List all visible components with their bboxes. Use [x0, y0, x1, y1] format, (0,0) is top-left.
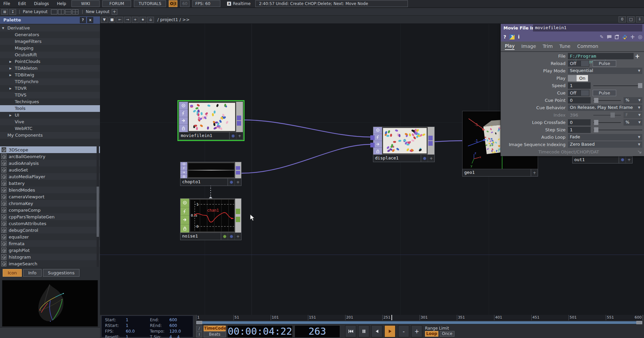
play-mode-dropdown[interactable]: Sequential — [568, 68, 642, 74]
palette-tree-item[interactable]: OculusRift — [0, 52, 100, 58]
palette-component-item[interactable]: autoMediaPlayer — [0, 173, 100, 180]
lock-flag-icon[interactable] — [180, 175, 187, 178]
palette-tree-item[interactable]: Mapping — [0, 45, 100, 52]
copy-parameters-icon[interactable] — [615, 35, 619, 39]
reload-pulse-button[interactable]: Pulse — [593, 60, 616, 67]
parameter-tab[interactable]: Common — [577, 44, 598, 50]
loop-crossfade-unit-dropdown[interactable]: % — [624, 119, 642, 126]
scrollbar-thumb[interactable] — [97, 187, 99, 237]
node-name[interactable]: displace1 — [373, 155, 421, 162]
node-output-strip[interactable] — [236, 102, 243, 132]
info-icon[interactable]: i — [518, 34, 520, 40]
node-noise1[interactable]: 1 0.5 0 chan1 noise1 — [180, 198, 241, 240]
step-size-slider[interactable] — [593, 127, 642, 133]
node-flag-column[interactable] — [180, 162, 187, 178]
cue-point-slider[interactable] — [593, 97, 621, 104]
palette-tree-item[interactable]: Techniques — [0, 98, 100, 105]
range-start-handle[interactable]: ... — [196, 321, 202, 324]
output-connector[interactable] — [428, 141, 433, 146]
node-output-strip[interactable] — [428, 127, 434, 154]
palette-component-item[interactable]: blendModes — [0, 187, 100, 193]
node-add-icon[interactable]: + — [234, 233, 241, 240]
node-displace1[interactable]: displace1 + — [373, 127, 435, 162]
comment-dot[interactable] — [228, 179, 234, 186]
palette-component-item[interactable]: firmata — [0, 240, 100, 247]
parameter-tab[interactable]: Trim — [543, 44, 553, 50]
palette-tree-item[interactable]: Tools — [0, 105, 100, 112]
node-add-icon[interactable]: + — [626, 156, 632, 163]
node-nameplate[interactable]: out1 + — [572, 156, 633, 163]
palette-tab[interactable]: Suggestions — [43, 269, 79, 277]
node-flag-column[interactable] — [180, 199, 189, 232]
export-flag-icon[interactable] — [179, 117, 188, 125]
palette-component-item[interactable]: customAttributes — [0, 220, 100, 227]
reload-toggle[interactable]: Off — [568, 60, 589, 67]
node-nameplate[interactable]: geo1 + — [462, 169, 538, 177]
node-nameplate[interactable]: chopto1 + — [180, 179, 241, 186]
expand-arrow-icon[interactable] — [637, 150, 642, 154]
palette-component-item[interactable]: battery — [0, 180, 100, 187]
pane-preset-vsplit[interactable] — [58, 9, 64, 14]
back-icon[interactable]: ← — [116, 17, 123, 23]
timeline-settings-box[interactable]: Start:1End:600RStart:1REnd:600FPS:60.0Te… — [101, 316, 193, 337]
node-output-strip[interactable] — [235, 199, 241, 232]
comment-dot[interactable] — [421, 155, 428, 162]
loop-button[interactable]: Loop — [425, 331, 438, 337]
home-icon[interactable]: ⌂ — [147, 17, 154, 23]
collapse-icon[interactable]: ⇩ — [636, 16, 643, 22]
node-add-icon[interactable]: + — [531, 169, 538, 176]
children-count-button[interactable]: 0 — [619, 16, 626, 22]
timeline-field-value[interactable]: 60.0 — [126, 329, 150, 334]
palette-scrollbar[interactable] — [97, 146, 99, 267]
target-icon[interactable]: ◎ — [638, 34, 642, 40]
viewer-flag-icon[interactable] — [180, 199, 189, 207]
once-button[interactable]: Once — [440, 331, 454, 337]
anchor-icon[interactable]: ↧ — [9, 9, 16, 15]
pane-dropdown-icon[interactable]: ▼ — [101, 17, 108, 23]
palette-tree-item[interactable]: PointClouds — [0, 58, 100, 65]
beats-mode-button[interactable]: Beats — [204, 332, 226, 337]
cue-toggle[interactable]: Off — [568, 90, 589, 96]
help-icon[interactable]: ? — [503, 34, 506, 40]
palette-component-item[interactable]: 3DScope — [0, 146, 100, 153]
palette-component-item[interactable]: cppParsTemplateGen — [0, 213, 100, 220]
palette-tree-item[interactable]: My Components — [0, 132, 100, 139]
node-nameplate[interactable]: moviefilein1 + — [179, 132, 243, 140]
node-add-icon[interactable]: + — [236, 132, 243, 139]
bypass-flag-icon[interactable] — [180, 207, 189, 216]
node-name[interactable]: geo1 — [463, 169, 531, 176]
window-icon[interactable]: ⊠ — [1, 9, 8, 15]
output-connector[interactable] — [236, 217, 240, 222]
play-forward-button[interactable] — [384, 325, 395, 337]
range-fill[interactable] — [196, 321, 642, 324]
palette-component-item[interactable]: debugControl — [0, 227, 100, 233]
add-icon[interactable]: + — [132, 17, 139, 23]
playhead[interactable] — [391, 315, 392, 320]
palette-component-item[interactable]: audioSet — [0, 166, 100, 173]
viewer-flag-icon[interactable] — [373, 127, 382, 134]
lock-flag-icon[interactable] — [179, 125, 188, 132]
palette-help-button[interactable]: ? — [80, 17, 86, 23]
bookmark-star-icon[interactable]: ★ — [140, 17, 146, 23]
export-flag-icon[interactable] — [180, 171, 187, 175]
play-toggle[interactable]: On — [568, 75, 588, 81]
frame-slash-button[interactable]: / — [196, 326, 202, 331]
frame-ruler[interactable]: 151101151201251301351401451501551600 — [196, 315, 642, 320]
play-reverse-button[interactable] — [371, 325, 382, 337]
palette-tree-item[interactable]: TDAbleton — [0, 65, 100, 72]
output-connector[interactable] — [236, 171, 240, 175]
palette-tab[interactable]: Info — [23, 269, 42, 277]
timecode-mode-button[interactable]: TimeCode — [204, 326, 226, 331]
export-flag-icon[interactable] — [180, 216, 189, 224]
loop-crossfade-slider[interactable] — [593, 119, 621, 126]
palette-tree-item[interactable]: Derivative — [0, 25, 100, 31]
maximize-icon[interactable]: □ — [627, 16, 635, 22]
output-connector[interactable] — [236, 166, 240, 170]
node-add-icon[interactable]: + — [234, 179, 241, 186]
palette-tree-item[interactable]: UI — [0, 112, 100, 119]
input-connector[interactable] — [370, 143, 375, 147]
python-icon[interactable] — [622, 35, 627, 40]
output-connector[interactable] — [236, 209, 240, 214]
lock-flag-icon[interactable] — [373, 148, 382, 154]
wiki-button[interactable]: WIKI — [71, 0, 100, 7]
